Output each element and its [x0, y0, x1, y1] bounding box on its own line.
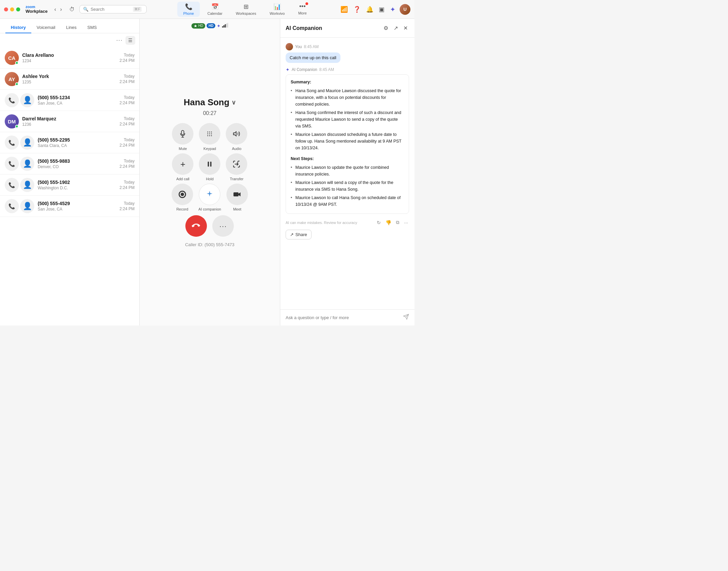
audio-button[interactable]: Audio — [226, 123, 247, 151]
end-call-button[interactable] — [185, 215, 207, 237]
list-item[interactable]: AY Ashlee York 1235 Today 2:24 PM — [0, 69, 139, 90]
contact-name: (500) 555-9883 — [38, 158, 116, 164]
hold-button[interactable]: Hold — [199, 153, 220, 181]
mute-circle[interactable] — [172, 123, 193, 145]
tab-more[interactable]: ••• More — [292, 2, 313, 17]
tab-phone[interactable]: 📞 Phone — [177, 2, 200, 17]
ai-time: 8:45 AM — [319, 67, 334, 72]
list-item[interactable]: 📞 👤 (500) 555-1234 San Jose, CA Today 2:… — [0, 90, 139, 111]
workspaces-tab-icon: ⊞ — [244, 3, 249, 10]
contact-sub: San Jose, CA — [38, 101, 116, 106]
user-avatar[interactable]: U — [400, 4, 410, 15]
ai-external-button[interactable]: ↗ — [392, 24, 399, 33]
list-item[interactable]: DM Darrel Marquez 1236 Today 2:24 PM — [0, 111, 139, 132]
contact-hour: 2:24 PM — [119, 164, 135, 169]
minimize-button[interactable] — [10, 7, 14, 11]
keypad-button[interactable]: Keypad — [199, 123, 220, 151]
tab-lines[interactable]: Lines — [61, 22, 82, 33]
ai-companion-circle[interactable] — [199, 184, 220, 205]
window-controls — [4, 7, 20, 11]
user-message-bubble: Catch me up on this call — [286, 52, 340, 63]
contact-icon: 👤 — [20, 136, 34, 150]
svg-point-12 — [211, 134, 212, 135]
filter-icon-button[interactable]: ☰ — [125, 36, 135, 45]
mute-button[interactable]: Mute — [172, 123, 193, 151]
contact-icon: 👤 — [20, 199, 34, 213]
contact-sub: Santa Clara, CA — [38, 143, 116, 148]
meet-circle[interactable] — [226, 184, 248, 205]
record-icon — [179, 191, 186, 198]
tab-workvivo[interactable]: 📊 Workvivo — [263, 2, 291, 17]
list-item[interactable]: CA Clara Arellano 1234 Today 2:24 PM — [0, 47, 139, 69]
workvivo-tab-icon: 📊 — [274, 3, 281, 10]
search-input[interactable] — [90, 7, 131, 12]
tab-calendar[interactable]: 📅 Calendar — [201, 2, 228, 17]
sidebar-toggle-button[interactable]: ▣ — [377, 4, 386, 14]
list-item[interactable]: 📞 👤 (500) 555-1902 Washington D.C. Today… — [0, 175, 139, 196]
transfer-button[interactable]: Transfer — [226, 153, 247, 181]
add-call-circle[interactable]: + — [172, 153, 193, 175]
meet-button[interactable]: Meet — [226, 184, 248, 211]
more-options-button[interactable]: ··· — [212, 215, 234, 237]
user-avatar-small — [286, 43, 293, 50]
ai-refresh-button[interactable]: ↻ — [376, 219, 382, 226]
contact-hour: 2:24 PM — [119, 58, 135, 63]
caller-chevron-icon[interactable]: ∨ — [231, 99, 236, 106]
hold-circle[interactable] — [199, 153, 220, 175]
tab-workspaces[interactable]: ⊞ Workspaces — [230, 2, 262, 17]
history-button[interactable]: ⏱ — [67, 6, 77, 13]
ai-copy-button[interactable]: ⧉ — [395, 219, 400, 226]
tab-phone-label: Phone — [183, 11, 194, 15]
maximize-button[interactable] — [16, 7, 20, 11]
controls-row-end: ··· — [185, 215, 234, 237]
ai-footer-row: AI can make mistakes. Review for accurac… — [286, 216, 409, 228]
tab-voicemail[interactable]: Voicemail — [31, 22, 61, 33]
next-steps-title: Next Steps: — [291, 155, 404, 162]
contact-icon: 👤 — [20, 157, 34, 171]
message-time: 8:45 AM — [304, 44, 319, 49]
ai-settings-button[interactable]: ⚙ — [382, 24, 390, 33]
list-item[interactable]: 📞 👤 (500) 555-4529 San Jose, CA Today 2:… — [0, 196, 139, 217]
audio-circle[interactable] — [226, 123, 247, 145]
ai-companion-button[interactable]: AI companion — [198, 184, 221, 211]
call-quality-badge: HD — [191, 23, 205, 29]
list-item[interactable]: 📞 👤 (500) 555-9883 Denver, CO Today 2:24… — [0, 153, 139, 175]
left-panel: History Voicemail Lines SMS ··· ☰ CA Cla… — [0, 19, 140, 326]
keypad-circle[interactable] — [199, 123, 220, 145]
ai-send-button[interactable] — [403, 314, 409, 321]
transfer-circle[interactable] — [226, 153, 247, 175]
contact-name: (500) 555-2295 — [38, 137, 116, 143]
ai-thumbsdown-button[interactable]: 👎 — [385, 219, 392, 226]
user-message: You 8:45 AM Catch me up on this call — [286, 43, 409, 63]
ai-active-icon: ✦ — [217, 23, 221, 29]
tab-history[interactable]: History — [5, 22, 31, 33]
next-step-item: Maurice Lawson to call Hana Song on sche… — [291, 194, 404, 208]
contact-time: Today 2:24 PM — [119, 159, 135, 169]
call-controls: Mute Keypad — [172, 123, 248, 237]
filter-more-button[interactable]: ··· — [116, 37, 123, 43]
tab-sms[interactable]: SMS — [82, 22, 102, 33]
record-circle[interactable] — [172, 184, 193, 205]
end-call-circle[interactable] — [185, 215, 207, 237]
bell-icon-button[interactable]: 🔔 — [365, 4, 375, 14]
ai-button[interactable]: ✦ — [389, 4, 397, 15]
ai-input[interactable] — [286, 315, 400, 320]
online-status-dot — [15, 61, 19, 65]
add-call-button[interactable]: + Add call — [172, 153, 193, 181]
forward-button[interactable]: › — [59, 6, 63, 13]
wifi-icon-button[interactable]: 📶 — [339, 4, 349, 14]
more-options-circle[interactable]: ··· — [212, 215, 234, 237]
svg-point-11 — [209, 134, 210, 135]
share-label: Share — [295, 232, 307, 237]
list-item[interactable]: 📞 👤 (500) 555-2295 Santa Clara, CA Today… — [0, 132, 139, 153]
back-button[interactable]: ‹ — [53, 6, 58, 13]
close-button[interactable] — [4, 7, 8, 11]
help-icon-button[interactable]: ❓ — [352, 4, 362, 14]
contact-info: Ashlee York 1235 — [22, 74, 116, 84]
svg-point-13 — [208, 135, 209, 136]
share-button[interactable]: ↗ Share — [286, 230, 312, 239]
ai-more-button[interactable]: ··· — [403, 219, 409, 226]
ai-close-button[interactable]: ✕ — [402, 24, 409, 33]
svg-rect-3 — [226, 24, 227, 28]
record-button[interactable]: Record — [172, 184, 193, 211]
